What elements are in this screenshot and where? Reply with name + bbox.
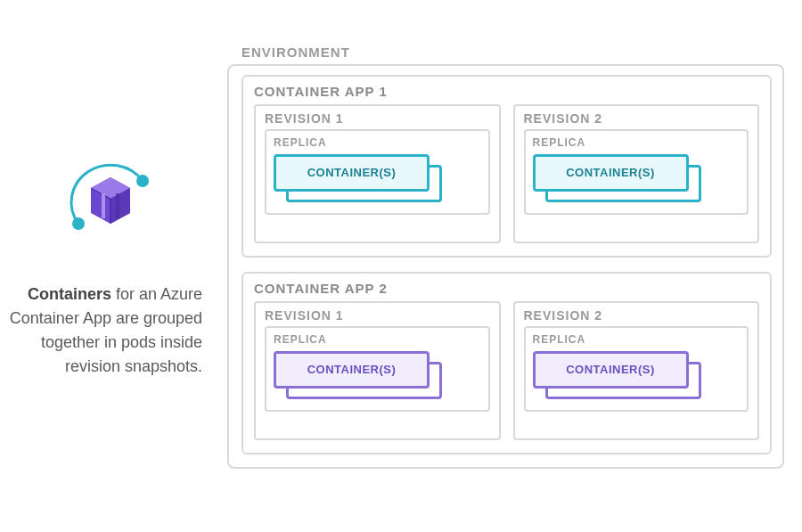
revision-label: REVISION 1 xyxy=(265,111,490,126)
container-app-2: CONTAINER APP 2 REVISION 1 REPLICA CONTA… xyxy=(241,272,772,454)
container-app-1: CONTAINER APP 1 REVISION 1 REPLICA CONTA… xyxy=(241,75,772,258)
caption-column: Containers for an Azure Container App ar… xyxy=(0,154,227,379)
apps-container: CONTAINER APP 1 REVISION 1 REPLICA CONTA… xyxy=(241,75,772,454)
environment-box: ENVIRONMENT CONTAINER APP 1 REVISION 1 R… xyxy=(227,64,784,469)
revision-label: REVISION 2 xyxy=(524,308,749,323)
svg-point-0 xyxy=(72,217,85,230)
container-box: CONTAINER(S) xyxy=(274,351,430,389)
replica-label: REPLICA xyxy=(274,333,481,346)
container-box: CONTAINER(S) xyxy=(274,154,430,192)
caption-text: Containers for an Azure Container App ar… xyxy=(9,282,209,379)
app-label: CONTAINER APP 1 xyxy=(254,84,759,99)
replica-label: REPLICA xyxy=(533,136,741,149)
environment-label: ENVIRONMENT xyxy=(241,45,350,60)
container-stack: CONTAINER(S) xyxy=(533,154,741,202)
replica-box: REPLICA CONTAINER(S) xyxy=(524,129,749,215)
revision-box: REVISION 1 REPLICA CONTAINER(S) xyxy=(254,104,501,243)
replica-label: REPLICA xyxy=(533,333,741,346)
revision-box: REVISION 2 REPLICA CONTAINER(S) xyxy=(513,104,760,243)
revisions-row: REVISION 1 REPLICA CONTAINER(S) REVISION… xyxy=(254,301,759,440)
container-stack: CONTAINER(S) xyxy=(274,154,481,202)
revision-label: REVISION 2 xyxy=(524,111,749,126)
revision-label: REVISION 1 xyxy=(265,308,490,323)
container-stack: CONTAINER(S) xyxy=(274,351,481,399)
replica-label: REPLICA xyxy=(274,136,481,149)
replica-box: REPLICA CONTAINER(S) xyxy=(265,129,490,215)
revisions-row: REVISION 1 REPLICA CONTAINER(S) REVISION… xyxy=(254,104,759,243)
revision-box: REVISION 1 REPLICA CONTAINER(S) xyxy=(254,301,501,440)
svg-point-1 xyxy=(136,175,149,187)
container-box: CONTAINER(S) xyxy=(533,154,689,192)
caption-bold: Containers xyxy=(28,285,111,303)
replica-box: REPLICA CONTAINER(S) xyxy=(524,326,749,412)
container-stack: CONTAINER(S) xyxy=(533,351,741,399)
replica-box: REPLICA CONTAINER(S) xyxy=(265,326,490,412)
azure-container-apps-icon xyxy=(61,154,159,247)
revision-box: REVISION 2 REPLICA CONTAINER(S) xyxy=(513,301,760,440)
container-box: CONTAINER(S) xyxy=(533,351,689,389)
app-label: CONTAINER APP 2 xyxy=(254,281,759,296)
diagram-column: ENVIRONMENT CONTAINER APP 1 REVISION 1 R… xyxy=(227,64,802,469)
